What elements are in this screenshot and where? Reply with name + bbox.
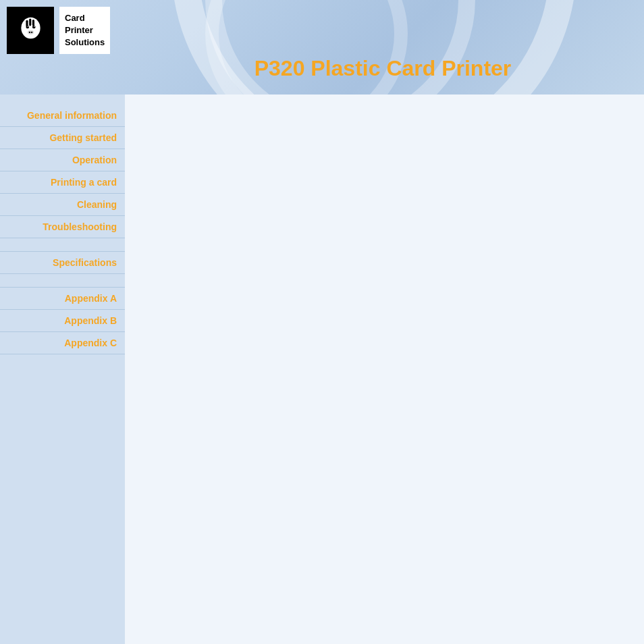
logo-line2: Printer [65,24,105,36]
sidebar-item-troubleshooting[interactable]: Troubleshooting [0,216,125,238]
svg-point-5 [26,25,29,28]
page-title: P320 Plastic Card Printer [135,56,630,81]
logo-line1: Card [65,12,105,24]
content-area [125,95,644,644]
sidebar-item-general-information[interactable]: General information [0,105,125,127]
main-layout: General information Getting started Oper… [0,95,644,644]
sidebar-item-operation[interactable]: Operation [0,149,125,171]
zebra-logo-icon [12,12,49,49]
svg-point-7 [27,26,28,27]
zebra-logo-box [7,7,54,54]
sidebar-item-appendix-a[interactable]: Appendix A [0,288,125,310]
sidebar: General information Getting started Oper… [0,95,125,644]
sidebar-spacer-2 [0,274,125,288]
sidebar-item-appendix-b[interactable]: Appendix B [0,310,125,332]
logo-line3: Solutions [65,36,105,49]
logo-text: Card Printer Solutions [59,7,110,54]
svg-point-6 [32,25,35,28]
sidebar-spacer [0,238,125,252]
logo-area: Card Printer Solutions [7,7,110,54]
svg-point-8 [34,26,35,27]
header: Card Printer Solutions P320 Plastic Card… [0,0,644,95]
sidebar-item-getting-started[interactable]: Getting started [0,127,125,149]
svg-point-10 [28,31,30,32]
svg-point-11 [30,31,32,32]
svg-rect-3 [29,18,31,26]
sidebar-item-appendix-c[interactable]: Appendix C [0,332,125,354]
svg-rect-4 [32,20,34,26]
sidebar-item-cleaning[interactable]: Cleaning [0,194,125,216]
sidebar-item-printing-a-card[interactable]: Printing a card [0,171,125,194]
svg-point-9 [27,30,33,34]
sidebar-item-specifications[interactable]: Specifications [0,252,125,274]
